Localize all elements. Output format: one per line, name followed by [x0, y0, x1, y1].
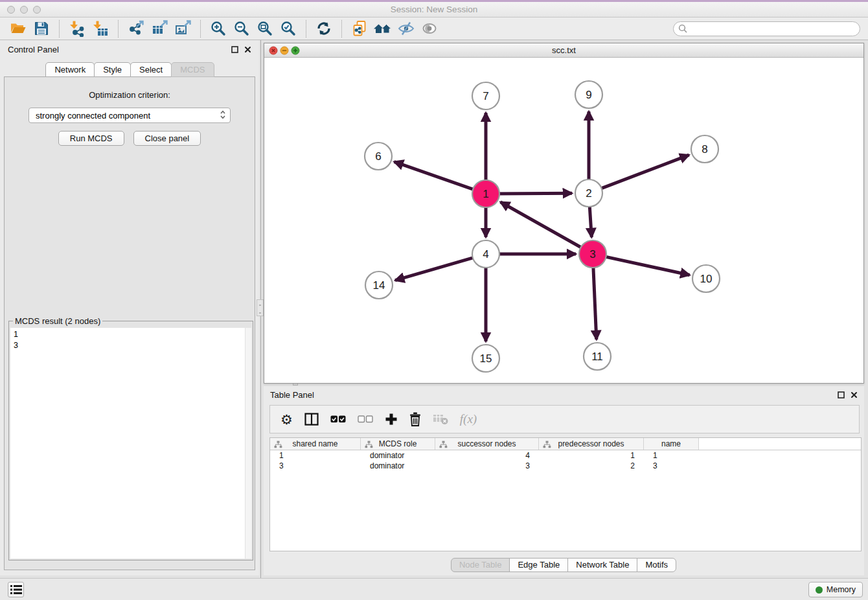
graph-node-9[interactable]: 9	[575, 81, 602, 108]
graph-node-8[interactable]: 8	[691, 135, 718, 163]
edge-4-to-14[interactable]	[395, 255, 485, 281]
criterion-value: strongly connected component	[36, 111, 150, 121]
toolbar-separator	[200, 20, 201, 38]
float-panel-icon[interactable]	[231, 46, 238, 53]
close-window-icon[interactable]	[7, 6, 15, 14]
cell-mcds-role: dominator	[361, 451, 435, 460]
tab-network[interactable]: Network	[45, 62, 95, 77]
toolbar-separator	[59, 20, 60, 38]
show-panel-eye-icon[interactable]	[420, 19, 439, 38]
task-history-button[interactable]	[8, 582, 24, 597]
export-table-icon[interactable]	[150, 19, 169, 38]
edge-1-to-6[interactable]	[394, 162, 485, 194]
tab-node-table[interactable]: Node Table	[451, 558, 510, 572]
search-box[interactable]	[673, 21, 860, 36]
toolbar-separator	[118, 20, 119, 38]
cell-shared-name: 1	[270, 451, 361, 460]
tab-motifs[interactable]: Motifs	[637, 558, 676, 572]
vertical-splitter-handle[interactable]	[257, 299, 264, 316]
refresh-network-icon[interactable]	[314, 19, 334, 38]
mcds-result-title: MCDS result (2 nodes)	[13, 316, 102, 326]
column-header-name[interactable]: name	[644, 438, 699, 450]
run-mcds-button[interactable]: Run MCDS	[58, 131, 124, 146]
criterion-dropdown[interactable]: strongly connected component	[29, 108, 231, 123]
graph-node-2[interactable]: 2	[575, 179, 602, 207]
reset-view-icon[interactable]	[373, 19, 393, 38]
float-table-panel-icon[interactable]	[838, 391, 845, 398]
cell-successor-nodes: 3	[435, 461, 539, 470]
graph-node-4[interactable]: 4	[472, 240, 499, 268]
select-all-columns-icon[interactable]	[330, 415, 346, 423]
column-header-mcds-role[interactable]: MCDS role	[361, 438, 435, 450]
tab-network-table[interactable]: Network Table	[567, 558, 637, 572]
zoom-fit-icon[interactable]	[255, 19, 275, 38]
graph-node-7[interactable]: 7	[472, 82, 499, 110]
svg-text:4: 4	[483, 248, 488, 260]
export-image-icon[interactable]	[173, 19, 192, 38]
graph-node-15[interactable]: 15	[472, 345, 499, 372]
delete-table-icon	[433, 413, 448, 425]
svg-text:7: 7	[483, 90, 488, 102]
open-file-icon[interactable]	[8, 19, 28, 38]
edge-3-to-1[interactable]	[501, 202, 592, 253]
table-row[interactable]: 3dominator323	[270, 461, 861, 471]
network-window-titlebar[interactable]: scc.txt	[264, 43, 863, 58]
tab-mcds[interactable]: MCDS	[171, 62, 214, 77]
svg-text:11: 11	[591, 351, 603, 363]
edge-2-to-8[interactable]	[590, 155, 689, 192]
save-session-icon[interactable]	[32, 19, 51, 38]
close-panel-button[interactable]: Close panel	[133, 131, 201, 146]
cell-shared-name: 3	[270, 461, 361, 470]
zoom-out-icon[interactable]	[232, 19, 251, 38]
minimize-window-icon[interactable]	[20, 6, 28, 14]
add-column-icon[interactable]	[385, 413, 398, 426]
mcds-result-text[interactable]: 1 3	[10, 328, 251, 559]
tab-select[interactable]: Select	[130, 62, 172, 77]
zoom-in-icon[interactable]	[209, 19, 228, 38]
tab-style[interactable]: Style	[94, 62, 131, 77]
graph-node-10[interactable]: 10	[692, 265, 720, 292]
graph-node-6[interactable]: 6	[365, 143, 392, 170]
network-canvas[interactable]: 7968124314101511	[264, 58, 863, 383]
graph-node-11[interactable]: 11	[584, 343, 611, 370]
table-header: shared nameMCDS rolesuccessor nodesprede…	[270, 438, 861, 450]
cytoscape-window: Session: New Session	[0, 0, 868, 600]
maximize-window-icon[interactable]	[33, 6, 41, 14]
import-network-icon[interactable]	[67, 19, 87, 38]
graph-node-3[interactable]: 3	[579, 240, 606, 268]
cell-successor-nodes: 4	[435, 451, 539, 460]
svg-text:1: 1	[483, 188, 488, 200]
search-input[interactable]	[691, 24, 855, 34]
memory-button[interactable]: Memory	[808, 582, 863, 597]
control-panel-header: Control Panel	[0, 40, 259, 58]
graph-node-1[interactable]: 1	[472, 180, 499, 207]
delete-column-trash-icon[interactable]	[409, 412, 421, 426]
close-table-panel-icon[interactable]	[851, 391, 858, 398]
table-row[interactable]: 1dominator411	[270, 450, 861, 461]
result-scrollbar[interactable]	[245, 328, 251, 559]
import-table-icon[interactable]	[91, 19, 110, 38]
column-header-shared-name[interactable]: shared name	[270, 438, 361, 450]
close-frame-icon[interactable]	[269, 47, 277, 54]
svg-text:15: 15	[480, 352, 492, 365]
table-body: 1dominator4113dominator323	[270, 450, 861, 471]
export-network-icon[interactable]	[126, 19, 146, 38]
minimize-frame-icon[interactable]	[280, 47, 288, 54]
hide-panel-eye-icon[interactable]	[396, 19, 416, 38]
tab-edge-table[interactable]: Edge Table	[509, 558, 568, 572]
status-bar: Memory	[0, 578, 868, 600]
close-panel-icon[interactable]	[244, 46, 251, 53]
edge-3-to-10[interactable]	[594, 254, 690, 275]
column-label: predecessor nodes	[558, 439, 624, 448]
maximize-frame-icon[interactable]	[291, 47, 299, 54]
zoom-selected-icon[interactable]	[279, 19, 298, 38]
clone-network-icon[interactable]	[350, 19, 369, 38]
column-header-successor-nodes[interactable]: successor nodes	[435, 438, 539, 450]
deselect-all-columns-icon[interactable]	[358, 415, 373, 423]
cell-predecessor-nodes: 2	[539, 461, 644, 470]
header-filler	[699, 438, 861, 450]
column-header-predecessor-nodes[interactable]: predecessor nodes	[539, 438, 644, 450]
split-columns-icon[interactable]	[304, 413, 319, 426]
table-settings-gear-icon[interactable]: ⚙	[280, 413, 293, 426]
graph-node-14[interactable]: 14	[365, 271, 393, 299]
